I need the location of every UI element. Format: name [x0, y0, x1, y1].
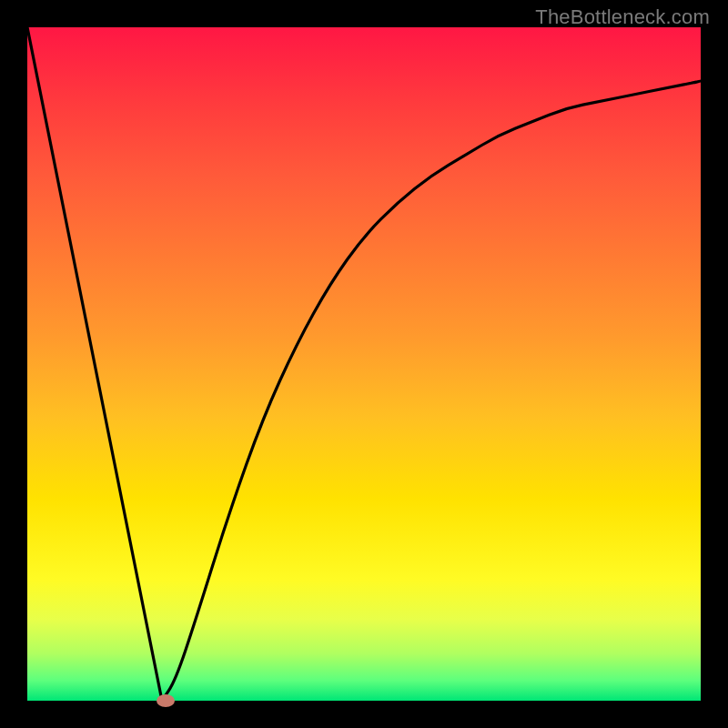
bottleneck-curve [27, 27, 701, 701]
watermark-text: TheBottleneck.com [535, 5, 710, 29]
chart-frame: TheBottleneck.com [0, 0, 728, 728]
bottleneck-marker [157, 694, 175, 707]
plot-area [27, 27, 701, 701]
